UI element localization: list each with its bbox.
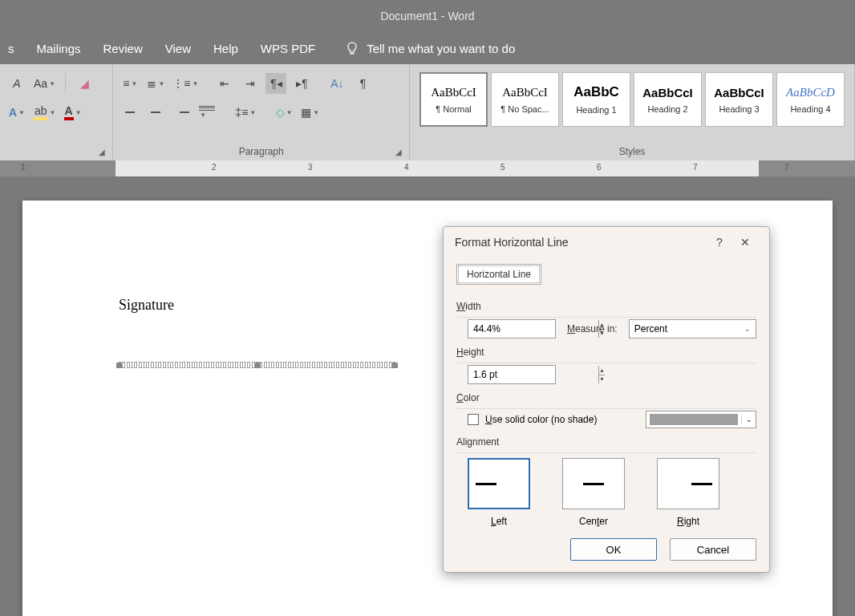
ok-button[interactable]: OK: [570, 538, 657, 561]
clear-formatting-button[interactable]: A: [6, 73, 27, 94]
borders-button[interactable]: ▦▼: [299, 102, 321, 123]
rtl-direction-button[interactable]: ▸¶: [291, 73, 312, 94]
help-button[interactable]: ?: [707, 236, 732, 249]
shading-button[interactable]: ◇▼: [274, 102, 294, 123]
menu-review[interactable]: Review: [103, 42, 143, 55]
width-label: Width: [456, 301, 756, 312]
ltr-direction-button[interactable]: ¶◂: [265, 73, 286, 94]
width-spinner[interactable]: ▲▼: [468, 319, 556, 338]
increase-indent-button[interactable]: ⇥: [240, 73, 261, 94]
chevron-down-icon: ⌄: [744, 325, 751, 333]
ruler[interactable]: 1 2 3 4 5 6 7 7: [0, 160, 855, 176]
tell-me-search[interactable]: Tell me what you want to do: [346, 42, 515, 55]
height-spinner[interactable]: ▲▼: [468, 365, 556, 384]
sort-button[interactable]: A↓: [326, 73, 347, 94]
multilevel-list-button[interactable]: ⋮≡▼: [171, 73, 200, 94]
ribbon-group-paragraph: ≡▼ ≣▼ ⋮≡▼ ⇤ ⇥ ¶◂ ▸¶ A↓ ¶ ▼ ‡≡▼ ◇▼ ▦▼ Par…: [113, 64, 410, 160]
resize-handle-middle[interactable]: [255, 363, 261, 368]
use-solid-color-label: Use solid color (no shade): [485, 414, 597, 425]
ribbon: A Aa▼ ◢ A▼ ab▼ A▼ ◢ ≡▼ ≣▼ ⋮≡▼ ⇤ ⇥ ¶◂ ▸¶ …: [0, 64, 855, 160]
alignment-right-option[interactable]: Right: [657, 458, 719, 527]
bullets-button[interactable]: ≡▼: [120, 73, 140, 94]
menu-bar: s Mailings Review View Help WPS PDF Tell…: [0, 32, 855, 64]
color-label: Color: [456, 392, 756, 403]
title-bar: Document1 - Word: [0, 0, 855, 32]
height-up-button[interactable]: ▲: [599, 366, 605, 375]
resize-handle-right[interactable]: [392, 363, 398, 368]
height-down-button[interactable]: ▼: [599, 375, 605, 384]
window-title: Document1 - Word: [380, 10, 474, 22]
measure-in-label: Measure in:: [567, 323, 618, 334]
menu-view[interactable]: View: [165, 42, 191, 55]
text-effects-button[interactable]: A▼: [6, 102, 27, 123]
show-marks-button[interactable]: ¶: [352, 73, 373, 94]
alignment-left-option[interactable]: Left: [468, 458, 530, 527]
paragraph-dialog-launcher-icon[interactable]: ◢: [393, 146, 404, 157]
tell-me-label: Tell me what you want to do: [367, 42, 515, 55]
dialog-title: Format Horizontal Line: [455, 236, 569, 249]
style-heading-4[interactable]: AaBbCcD Heading 4: [776, 72, 845, 127]
highlight-button[interactable]: ab▼: [32, 102, 58, 123]
change-case-button[interactable]: Aa▼: [32, 73, 57, 94]
resize-handle-left[interactable]: [116, 363, 122, 368]
color-swatch: [650, 414, 738, 425]
style-heading-3[interactable]: AaBbCcI Heading 3: [705, 72, 773, 127]
close-button[interactable]: ✕: [732, 236, 758, 249]
dialog-titlebar[interactable]: Format Horizontal Line ? ✕: [444, 227, 769, 257]
numbering-button[interactable]: ≣▼: [145, 73, 166, 94]
styles-group-label: Styles: [410, 146, 854, 157]
align-justify-button[interactable]: ▼: [197, 103, 217, 121]
chevron-down-icon: ⌄: [741, 415, 756, 424]
style-normal[interactable]: AaBbCcI ¶ Normal: [419, 72, 488, 127]
use-solid-color-checkbox[interactable]: [468, 414, 479, 425]
style-no-spacing[interactable]: AaBbCcI ¶ No Spac...: [491, 72, 559, 127]
color-picker-combo[interactable]: ⌄: [646, 411, 756, 428]
menu-mailings[interactable]: Mailings: [37, 42, 81, 55]
style-heading-1[interactable]: AaBbC Heading 1: [562, 72, 630, 127]
horizontal-line-object[interactable]: [119, 362, 395, 368]
format-painter-button[interactable]: ◢: [74, 73, 95, 94]
tab-horizontal-line[interactable]: Horizontal Line: [456, 264, 541, 285]
ribbon-group-styles: AaBbCcI ¶ Normal AaBbCcI ¶ No Spac... Aa…: [410, 64, 855, 160]
style-heading-2[interactable]: AaBbCcI Heading 2: [634, 72, 702, 127]
align-center-button[interactable]: [145, 103, 166, 121]
cancel-button[interactable]: Cancel: [670, 538, 756, 561]
format-horizontal-line-dialog: Format Horizontal Line ? ✕ Horizontal Li…: [443, 226, 770, 573]
menu-wps-pdf[interactable]: WPS PDF: [261, 42, 315, 55]
height-input[interactable]: [468, 366, 598, 383]
decrease-indent-button[interactable]: ⇤: [214, 73, 235, 94]
align-left-button[interactable]: [120, 103, 140, 121]
ribbon-group-font: A Aa▼ ◢ A▼ ab▼ A▼ ◢: [0, 64, 113, 160]
align-right-button[interactable]: [171, 103, 192, 121]
styles-gallery[interactable]: AaBbCcI ¶ Normal AaBbCcI ¶ No Spac... Aa…: [416, 69, 848, 130]
lightbulb-icon: [346, 42, 359, 55]
font-color-button[interactable]: A▼: [63, 102, 83, 123]
menu-help[interactable]: Help: [213, 42, 238, 55]
alignment-center-option[interactable]: Center: [562, 458, 625, 527]
font-dialog-launcher-icon[interactable]: ◢: [96, 146, 107, 157]
line-spacing-button[interactable]: ‡≡▼: [233, 102, 257, 123]
alignment-label: Alignment: [456, 436, 756, 448]
paragraph-group-label: Paragraph: [113, 146, 409, 157]
menu-s[interactable]: s: [8, 42, 14, 55]
height-label: Height: [456, 346, 756, 358]
measure-in-combo[interactable]: Percent⌄: [629, 319, 756, 338]
